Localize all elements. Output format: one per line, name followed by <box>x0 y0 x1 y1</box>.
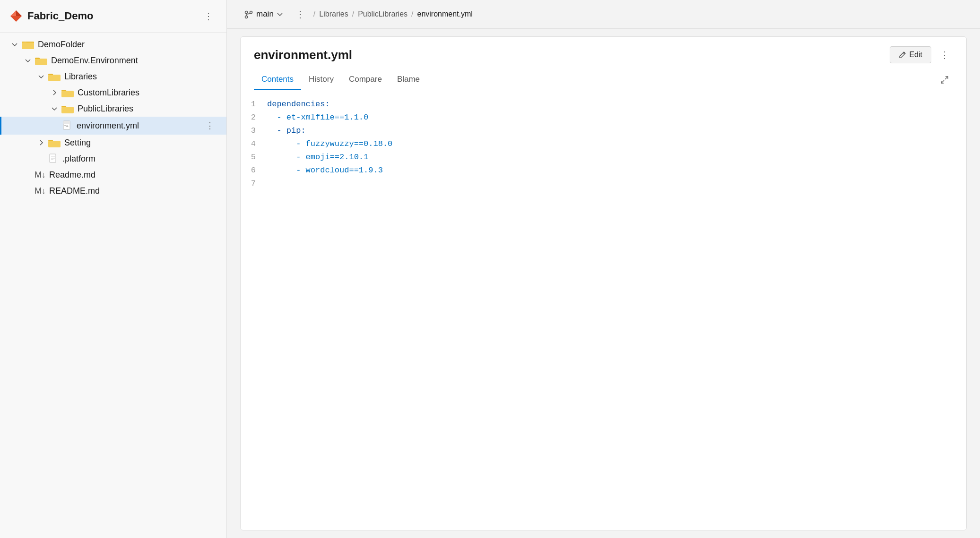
svg-rect-1 <box>22 43 34 49</box>
tree-item-label: DemoEnv.Environment <box>51 56 217 66</box>
line-number: 6 <box>241 164 263 177</box>
folder-icon <box>48 137 61 148</box>
md-file-icon: M↓ <box>35 186 45 196</box>
chevron-down-icon <box>9 39 20 50</box>
tree-item-label: .platform <box>62 154 217 164</box>
tree-item-label: README.md <box>49 186 217 196</box>
line-content: - et-xmlfile==1.1.0 <box>263 111 966 124</box>
sidebar-more-button[interactable]: ⋮ <box>200 9 217 24</box>
svg-rect-5 <box>61 107 74 113</box>
code-line-7: 7 <box>241 177 966 190</box>
chevron-down-icon <box>36 71 46 82</box>
tree-item-customlibraries[interactable]: CustomLibraries <box>0 85 226 101</box>
main-content: main ⋮ / Libraries / PublicLibraries / e… <box>227 0 980 538</box>
tree-item-publiclibraries[interactable]: PublicLibraries <box>0 101 226 117</box>
line-number: 5 <box>241 151 263 164</box>
expand-icon[interactable] <box>936 70 953 90</box>
line-content: dependencies: <box>263 98 966 111</box>
file-viewer: environment.yml Edit ⋮ Contents History … <box>240 36 967 530</box>
topbar: main ⋮ / Libraries / PublicLibraries / e… <box>227 0 980 29</box>
folder-icon <box>35 55 47 66</box>
file-tree: DemoFolder DemoEnv.Environment Libraries <box>0 33 226 538</box>
line-content: - emoji==2.10.1 <box>263 151 966 164</box>
file-tabs: Contents History Compare Blame <box>241 63 966 90</box>
breadcrumb: / Libraries / PublicLibraries / environm… <box>313 10 473 18</box>
line-content: - wordcloud==1.9.3 <box>263 164 966 177</box>
folder-icon <box>48 71 61 82</box>
tree-item-platform[interactable]: .platform <box>0 151 226 167</box>
code-line-1: 1 dependencies: <box>241 98 966 111</box>
tree-item-demofolder[interactable]: DemoFolder <box>0 36 226 52</box>
tab-history[interactable]: History <box>301 70 341 90</box>
topbar-more-button[interactable]: ⋮ <box>292 7 309 22</box>
branch-name: main <box>256 9 274 19</box>
branch-selector[interactable]: main <box>240 7 287 21</box>
tree-item-demoenv[interactable]: DemoEnv.Environment <box>0 52 226 68</box>
app-title: Fabric_Demo <box>9 9 93 23</box>
edit-label: Edit <box>909 51 922 59</box>
line-number: 1 <box>241 98 263 111</box>
chevron-down-icon <box>49 103 60 114</box>
line-number: 2 <box>241 111 263 124</box>
tree-item-readme-md-upper[interactable]: M↓ README.md <box>0 183 226 199</box>
chevron-down-icon <box>277 11 283 17</box>
folder-icon <box>61 103 74 114</box>
code-area[interactable]: 1 dependencies: 2 - et-xmlfile==1.1.0 3 … <box>241 90 966 530</box>
breadcrumb-publiclibraries[interactable]: PublicLibraries <box>358 10 408 18</box>
tree-item-label: CustomLibraries <box>78 88 217 98</box>
tree-item-label: Readme.md <box>49 170 217 180</box>
code-line-3: 3 - pip: <box>241 124 966 137</box>
tree-item-more-button[interactable]: ⋮ <box>203 120 217 132</box>
code-line-6: 6 - wordcloud==1.9.3 <box>241 164 966 177</box>
tree-item-label: Setting <box>64 138 217 148</box>
folder-icon <box>61 87 74 98</box>
edit-icon <box>899 51 906 59</box>
code-line-5: 5 - emoji==2.10.1 <box>241 151 966 164</box>
chevron-down-icon <box>23 55 33 66</box>
fabric-logo-icon <box>9 9 23 23</box>
code-line-4: 4 - fuzzywuzzy==0.18.0 <box>241 137 966 151</box>
sidebar-header: Fabric_Demo ⋮ <box>0 0 226 33</box>
file-actions: Edit ⋮ <box>890 46 953 63</box>
breadcrumb-current: environment.yml <box>417 10 473 18</box>
svg-point-15 <box>245 16 248 18</box>
folder-icon <box>22 39 34 50</box>
file-icon <box>48 154 59 164</box>
tree-item-readme-md[interactable]: M↓ Readme.md <box>0 167 226 183</box>
sidebar: Fabric_Demo ⋮ DemoFolder D <box>0 0 227 538</box>
svg-rect-4 <box>61 91 74 97</box>
chevron-right-icon <box>36 137 46 148</box>
line-content: - pip: <box>263 124 966 137</box>
tree-item-label: PublicLibraries <box>78 104 217 114</box>
line-number: 4 <box>241 137 263 151</box>
svg-rect-7 <box>63 121 70 124</box>
chevron-right-icon <box>49 87 60 98</box>
svg-rect-2 <box>35 59 47 65</box>
tree-item-label: DemoFolder <box>38 40 217 50</box>
file-more-button[interactable]: ⋮ <box>936 47 953 62</box>
tree-item-setting[interactable]: Setting <box>0 135 226 151</box>
file-title: environment.yml <box>254 48 352 62</box>
tree-item-libraries[interactable]: Libraries <box>0 68 226 85</box>
tab-compare[interactable]: Compare <box>341 70 390 90</box>
code-line-2: 2 - et-xmlfile==1.1.0 <box>241 111 966 124</box>
svg-point-16 <box>250 11 252 13</box>
tree-item-label: Libraries <box>64 72 217 82</box>
tree-item-environment-yml[interactable]: YML environment.yml ⋮ <box>0 117 226 135</box>
yml-file-icon: YML <box>62 120 73 131</box>
breadcrumb-sep: / <box>313 10 315 18</box>
svg-text:YML: YML <box>64 125 69 128</box>
tab-contents[interactable]: Contents <box>254 70 301 90</box>
breadcrumb-sep: / <box>411 10 413 18</box>
edit-button[interactable]: Edit <box>890 46 931 63</box>
line-number: 3 <box>241 124 263 137</box>
breadcrumb-libraries[interactable]: Libraries <box>319 10 348 18</box>
branch-icon <box>244 9 253 19</box>
breadcrumb-sep: / <box>352 10 354 18</box>
md-file-icon: M↓ <box>35 170 45 180</box>
svg-point-14 <box>245 11 248 13</box>
file-header: environment.yml Edit ⋮ <box>241 37 966 63</box>
line-content <box>263 177 966 190</box>
tab-blame[interactable]: Blame <box>390 70 427 90</box>
svg-rect-3 <box>48 75 61 81</box>
